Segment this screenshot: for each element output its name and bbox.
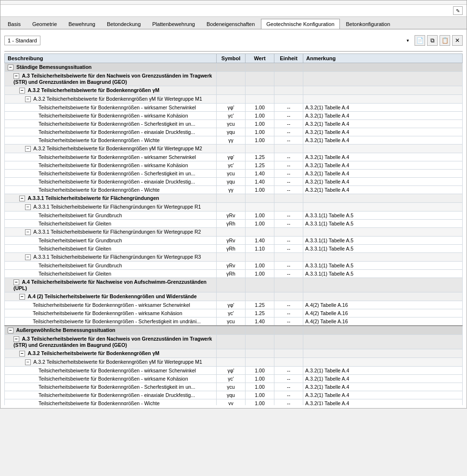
td-einheit: -- [274,178,303,186]
desc-text: Teilsicherheitsbeiwerte für Bodenkenngrö… [33,310,182,316]
table-row: Teilsicherheitsbeiwerte für Bodenkenngrö… [5,301,463,309]
konfiguration-select[interactable]: 1 - Standard [4,36,40,45]
desc-text: A.3.2 Teilsicherheitsbeiwerte für Bodenk… [33,145,202,151]
td-symbol: γRh [217,220,246,228]
td-symbol: γqu [217,178,246,186]
td-desc: Teilsicherheitsbeiwerte für Bodenkenngrö… [5,375,217,383]
tab-geotechnische-konfiguration[interactable]: Geotechnische Konfiguration [261,19,339,29]
desc-text: Teilsicherheitsbeiwerte für Bodenkenngrö… [39,368,196,373]
td-anmerkung: A.3.2(1) Tabelle A.4 [303,391,463,399]
desc-text: A.3.3.1 Teilsicherheitsbeiwerte für Fläc… [28,195,159,201]
table-row: Teilsicherheitsbeiwerte für Bodenkenngrö… [5,170,463,178]
td-symbol: γc' [217,161,246,170]
td-einheit: -- [274,128,303,136]
td-wert [246,253,274,262]
expand-collapse-icon[interactable]: − [13,336,19,342]
td-einheit: -- [274,212,303,220]
td-anmerkung: A.3.3.1(1) Tabelle A.5 [303,245,463,253]
table-scroll-area[interactable]: Beschreibung Symbol Wert Einheit Anmerku… [4,53,463,405]
expand-collapse-icon[interactable]: − [13,279,19,285]
td-wert: 1.00 [246,112,274,120]
toolbar-btn-copy[interactable]: ⧉ [427,35,438,46]
tab-betonkonfiguration[interactable]: Betonkonfiguration [341,19,396,29]
td-einheit: -- [274,161,303,170]
td-einheit [274,253,303,262]
table-row: Teilsicherheitsbeiwerte für Bodenkenngrö… [5,136,463,145]
td-anmerkung: A.3.2(1) Tabelle A.4 [303,367,463,375]
desc-text: Teilsicherheitsbeiwert für Gleiten [39,221,111,226]
expand-collapse-icon[interactable]: − [19,294,25,300]
table-row: Teilsicherheitsbeiwert für GleitenγRh1.0… [5,220,463,228]
table-row: Teilsicherheitsbeiwerte für Bodenkenngrö… [5,391,463,399]
desc-text: Teilsicherheitsbeiwerte für Bodenkenngrö… [39,187,160,193]
td-einheit [274,72,303,86]
td-symbol [217,145,246,153]
td-symbol [217,253,246,262]
td-symbol [217,95,246,104]
config-table: Beschreibung Symbol Wert Einheit Anmerku… [4,53,463,405]
desc-text: A.4 (2) Teilsicherheitsbeiwerte für Bode… [28,293,197,299]
expand-collapse-icon[interactable]: − [19,88,25,93]
expand-collapse-icon[interactable]: − [8,328,13,333]
td-symbol [217,228,246,237]
td-symbol [217,349,246,358]
desc-text: A.3.3.1 Teilsicherheitsbeiwerte für Fläc… [33,229,201,235]
td-desc: Teilsicherheitsbeiwerte für Bodenkenngrö… [5,317,217,326]
toolbar-btn-new[interactable]: 📄 [415,35,425,46]
tab-betondeckung[interactable]: Betondeckung [102,19,146,29]
tab-plattenbewehrung[interactable]: Plattenbewehrung [147,19,200,29]
desc-text: Teilsicherheitsbeiwert für Grundbruch [39,238,122,243]
tab-geometrie[interactable]: Geometrie [27,19,62,29]
td-wert: 1.00 [246,367,274,375]
th-wert: Wert [246,54,274,63]
expand-collapse-icon[interactable]: − [8,65,13,70]
expand-collapse-icon[interactable]: − [25,254,31,260]
tab-basis[interactable]: Basis [2,19,26,29]
td-einheit: -- [274,301,303,309]
table-row: Teilsicherheitsbeiwerte für Bodenkenngrö… [5,120,463,128]
table-row: − A.3.2 Teilsicherheitsbeiwerte für Bode… [5,145,463,153]
td-symbol [217,278,246,292]
td-desc: Teilsicherheitsbeiwerte für Bodenkenngrö… [5,178,217,186]
toolbar-btn-paste[interactable]: 📋 [440,35,450,46]
td-wert: 1.25 [246,161,274,170]
td-desc: − A.3.3.1 Teilsicherheitsbeiwerte für Fl… [5,194,217,203]
expand-collapse-icon[interactable]: − [25,229,31,235]
td-anmerkung: A.3.2(1) Tabelle A.4 [303,170,463,178]
expand-collapse-icon[interactable]: − [25,146,31,152]
td-anmerkung: A.3.3.1(1) Tabelle A.5 [303,220,463,228]
expand-collapse-icon[interactable]: − [19,196,25,201]
td-symbol [217,86,246,95]
td-einheit: -- [274,399,303,406]
edit-icon-button[interactable]: ✎ [453,6,463,15]
expand-collapse-icon[interactable]: − [25,204,31,210]
expand-collapse-icon[interactable]: − [25,96,31,102]
konfiguration-select-row: 1 - Standard 📄 ⧉ 📋 ✕ [4,35,463,46]
td-einheit [274,86,303,95]
tab-bodeneigenschaften[interactable]: Bodeneigenschaften [201,19,260,29]
td-desc: − A.3.2 Teilsicherheitsbeiwerte für Bode… [5,358,217,367]
expand-collapse-icon[interactable]: − [19,351,25,357]
td-einheit: -- [274,367,303,375]
td-anmerkung [303,358,463,367]
toolbar-btn-delete[interactable]: ✕ [452,35,463,46]
table-body: − Ständige Bemessungssituation− A.3 Teil… [5,63,463,406]
table-row: Teilsicherheitsbeiwerte für Bodenkenngrö… [5,161,463,170]
desc-text: Teilsicherheitsbeiwerte für Bodenkenngrö… [39,400,160,405]
td-symbol: γφ' [217,104,246,112]
desc-text: Teilsicherheitsbeiwerte für Bodenkenngrö… [39,179,195,185]
td-wert: 1.00 [246,128,274,136]
td-desc: Teilsicherheitsbeiwert für Gleiten [5,245,217,253]
td-wert: 1.40 [246,237,274,245]
expand-collapse-icon[interactable]: − [25,359,31,365]
table-row: − A.3.2 Teilsicherheitsbeiwerte für Bode… [5,86,463,95]
expand-collapse-icon[interactable]: − [13,73,19,79]
desc-text: Außergewöhnliche Bemessungssituation [16,327,116,333]
desc-text: A.3.2 Teilsicherheitsbeiwerte für Bodenk… [33,359,202,365]
td-symbol [217,194,246,203]
content-area: 1 - Standard 📄 ⧉ 📋 ✕ Beschreibung Symbol [0,29,467,408]
desc-text: Ständige Bemessungssituation [16,64,91,70]
td-symbol: γγ [217,136,246,145]
tab-bewehrung[interactable]: Bewehrung [63,19,101,29]
td-symbol: γc' [217,309,246,317]
